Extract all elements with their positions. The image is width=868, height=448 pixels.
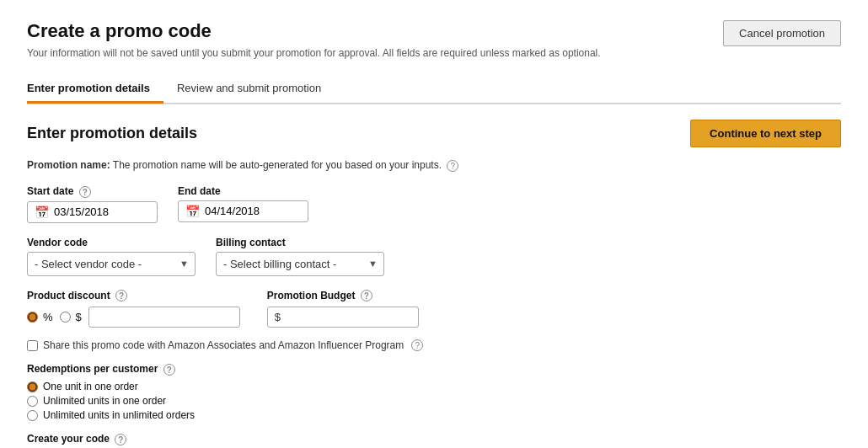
promotion-name-label: Promotion name: [27,159,110,171]
percent-radio-label: % [27,311,53,323]
vendor-code-select[interactable]: - Select vendor code - [27,252,196,276]
vendor-code-group: Vendor code - Select vendor code - ▼ [27,237,196,276]
dollar-radio[interactable] [60,312,71,323]
promotion-budget-group: Promotion Budget ? $ [267,290,419,328]
end-date-group: End date 📅 [178,185,308,223]
start-date-help-icon[interactable]: ? [79,186,91,198]
start-date-calendar-icon: 📅 [35,205,49,219]
discount-inline: % $ [27,307,240,328]
billing-contact-select-wrap: - Select billing contact - ▼ [216,252,384,276]
create-code-section: Create your code ? [27,433,841,448]
redemption-radio-0[interactable] [27,381,38,392]
redemption-option-0: One unit in one order [27,381,841,392]
share-help-icon[interactable]: ? [411,339,423,351]
date-row: Start date ? 📅 End date 📅 [27,185,841,223]
page-title: Create a promo code [27,20,841,42]
promotion-name-description: The promotion name will be auto-generate… [113,159,442,171]
continue-button[interactable]: Continue to next step [690,120,841,147]
start-date-label: Start date ? [27,185,158,198]
share-label: Share this promo code with Amazon Associ… [43,339,404,351]
vendor-billing-row: Vendor code - Select vendor code - ▼ Bil… [27,237,841,276]
product-discount-group: Product discount ? % $ [27,290,240,328]
redemption-radio-2[interactable] [27,410,38,421]
share-checkbox[interactable] [27,340,38,351]
divider [27,104,841,104]
redemptions-section: Redemptions per customer ? One unit in o… [27,363,841,421]
end-date-input-wrap: 📅 [178,200,308,222]
promotion-name-row: Promotion name: The promotion name will … [27,159,841,172]
product-discount-label: Product discount ? [27,290,240,302]
promotion-budget-label: Promotion Budget ? [267,290,419,302]
redemption-label-1: Unlimited units in one order [43,395,166,407]
end-date-label: End date [178,185,308,197]
vendor-code-select-wrap: - Select vendor code - ▼ [27,252,196,276]
redemption-option-1: Unlimited units in one order [27,395,841,407]
redemption-label-2: Unlimited units in unlimited orders [43,409,195,421]
discount-amount-wrap [88,307,240,328]
tab-enter-details[interactable]: Enter promotion details [27,75,163,104]
page-subtitle: Your information will not be saved until… [27,47,841,59]
cancel-promotion-button[interactable]: Cancel promotion [723,20,841,46]
create-code-label: Create your code ? [27,433,841,445]
start-date-group: Start date ? 📅 [27,185,158,223]
discount-amount-input[interactable] [96,311,231,323]
redemption-label-0: One unit in one order [43,381,138,392]
discount-budget-row: Product discount ? % $ Promotion Budget [27,290,841,328]
end-date-input[interactable] [205,205,289,217]
redemptions-label: Redemptions per customer ? [27,363,841,376]
billing-contact-group: Billing contact - Select billing contact… [216,237,384,276]
end-date-calendar-icon: 📅 [185,205,200,218]
section-title: Enter promotion details [27,125,197,142]
percent-radio[interactable] [27,312,38,323]
product-discount-help-icon[interactable]: ? [115,290,127,301]
promotion-name-help-icon[interactable]: ? [447,160,458,172]
dollar-radio-label: $ [60,311,82,323]
billing-contact-select[interactable]: - Select billing contact - [216,252,384,276]
redemption-option-2: Unlimited units in unlimited orders [27,409,841,421]
tab-review-submit[interactable]: Review and submit promotion [177,75,335,104]
share-row: Share this promo code with Amazon Associ… [27,339,841,351]
section-header: Enter promotion details Continue to next… [27,120,841,147]
start-date-input[interactable] [54,205,138,218]
budget-amount-input[interactable] [284,311,402,323]
redemption-radio-1[interactable] [27,396,38,407]
redemptions-help-icon[interactable]: ? [163,364,175,376]
dollar-label: $ [76,311,82,323]
billing-contact-label: Billing contact [216,237,384,248]
vendor-code-label: Vendor code [27,237,196,248]
percent-label: % [43,311,53,323]
budget-dollar-sign: $ [275,311,281,323]
promotion-budget-help-icon[interactable]: ? [361,290,372,301]
tabs-row: Enter promotion details Review and submi… [27,74,841,104]
start-date-input-wrap: 📅 [27,201,158,223]
create-code-help-icon[interactable]: ? [115,434,126,445]
budget-amount-wrap: $ [267,307,419,328]
